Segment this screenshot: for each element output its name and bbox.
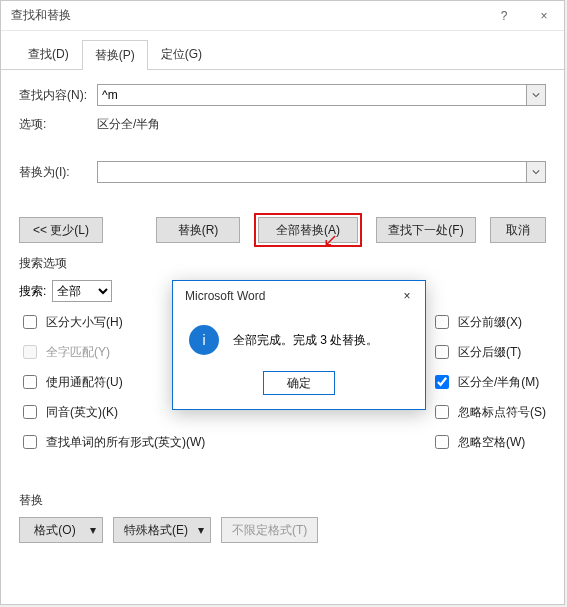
titlebar: 查找和替换 ? × <box>1 1 564 31</box>
message-title: Microsoft Word <box>185 289 395 303</box>
search-direction-select[interactable]: 全部 <box>52 280 112 302</box>
replace-input[interactable] <box>97 161 527 183</box>
info-icon: i <box>189 325 219 355</box>
find-input[interactable] <box>97 84 527 106</box>
close-button[interactable]: × <box>524 1 564 31</box>
message-box: Microsoft Word × i 全部完成。完成 3 处替换。 确定 <box>172 280 426 410</box>
less-button[interactable]: << 更少(L) <box>19 217 103 243</box>
no-formatting-button: 不限定格式(T) <box>221 517 318 543</box>
find-next-button[interactable]: 查找下一处(F) <box>376 217 476 243</box>
message-text: 全部完成。完成 3 处替换。 <box>233 332 378 349</box>
find-label: 查找内容(N): <box>19 87 97 104</box>
replace-button[interactable]: 替换(R) <box>156 217 240 243</box>
replace-section-title: 替换 <box>19 492 546 509</box>
caret-down-icon: ▾ <box>90 523 96 537</box>
options-row: 选项: 区分全/半角 <box>19 116 546 133</box>
checks-right-col: 区分前缀(X) 区分后缀(T) 区分全/半角(M) 忽略标点符号(S) 忽略空格… <box>431 312 546 452</box>
find-row: 查找内容(N): <box>19 84 546 106</box>
message-close-button[interactable]: × <box>395 284 419 308</box>
check-word-forms[interactable]: 查找单词的所有形式(英文)(W) <box>19 432 205 452</box>
help-button[interactable]: ? <box>484 1 524 31</box>
format-button[interactable]: 格式(O) ▾ <box>19 517 103 543</box>
caret-down-icon: ▾ <box>198 523 204 537</box>
special-format-button[interactable]: 特殊格式(E) ▾ <box>113 517 211 543</box>
tab-find[interactable]: 查找(D) <box>15 39 82 69</box>
replace-label: 替换为(I): <box>19 164 97 181</box>
check-ignore-space[interactable]: 忽略空格(W) <box>431 432 546 452</box>
options-value: 区分全/半角 <box>97 116 160 133</box>
tab-replace[interactable]: 替换(P) <box>82 40 148 70</box>
message-buttons: 确定 <box>173 363 425 409</box>
cancel-button[interactable]: 取消 <box>490 217 546 243</box>
message-ok-button[interactable]: 确定 <box>263 371 335 395</box>
check-ignore-punct[interactable]: 忽略标点符号(S) <box>431 402 546 422</box>
check-full-half-width[interactable]: 区分全/半角(M) <box>431 372 546 392</box>
options-label: 选项: <box>19 116 97 133</box>
replace-row: 替换为(I): <box>19 161 546 183</box>
replace-section-buttons: 格式(O) ▾ 特殊格式(E) ▾ 不限定格式(T) <box>19 517 546 543</box>
chevron-down-icon <box>532 168 540 176</box>
replace-history-dropdown[interactable] <box>527 161 546 183</box>
search-options-title: 搜索选项 <box>19 255 546 272</box>
check-prefix[interactable]: 区分前缀(X) <box>431 312 546 332</box>
window-title: 查找和替换 <box>11 7 484 24</box>
check-suffix[interactable]: 区分后缀(T) <box>431 342 546 362</box>
chevron-down-icon <box>532 91 540 99</box>
tab-strip: 查找(D) 替换(P) 定位(G) <box>1 31 564 70</box>
message-body: i 全部完成。完成 3 处替换。 <box>173 311 425 363</box>
replace-all-highlight: 全部替换(A) <box>254 213 362 247</box>
tab-goto[interactable]: 定位(G) <box>148 39 215 69</box>
action-button-row: << 更少(L) 替换(R) 全部替换(A) 查找下一处(F) 取消 <box>19 213 546 247</box>
search-direction-label: 搜索: <box>19 283 46 300</box>
message-titlebar: Microsoft Word × <box>173 281 425 311</box>
find-history-dropdown[interactable] <box>527 84 546 106</box>
replace-all-button[interactable]: 全部替换(A) <box>258 217 358 243</box>
